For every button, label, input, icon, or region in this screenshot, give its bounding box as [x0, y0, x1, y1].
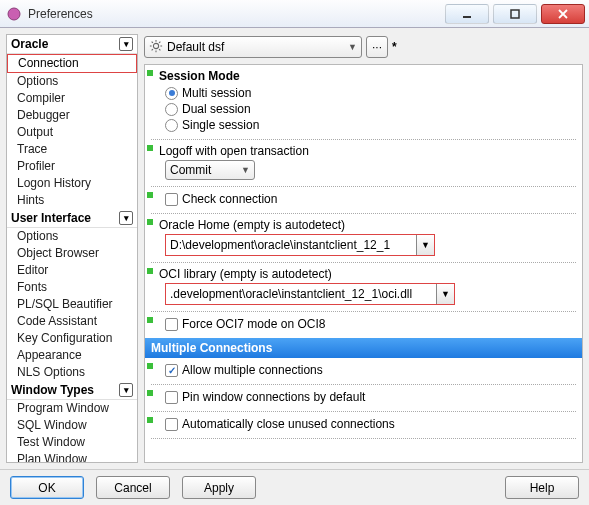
pin-window-checkbox[interactable] — [165, 391, 178, 404]
change-marker — [147, 390, 153, 396]
minimize-button[interactable] — [445, 4, 489, 24]
window-title: Preferences — [28, 7, 445, 21]
settings-panel: Session Mode Multi session Dual session … — [144, 64, 583, 463]
tree-item[interactable]: Program Window — [7, 400, 137, 417]
input-value: .development\oracle\instantclient_12_1\o… — [170, 287, 412, 301]
tree-item[interactable]: Code Assistant — [7, 313, 137, 330]
checkbox-label: Force OCI7 mode on OCI8 — [182, 317, 325, 331]
tree-item[interactable]: Profiler — [7, 158, 137, 175]
multiple-connections-header: Multiple Connections — [145, 338, 582, 358]
help-button[interactable]: Help — [505, 476, 579, 499]
tree-item[interactable]: Options — [7, 228, 137, 245]
checkbox-label: Automatically close unused connections — [182, 417, 395, 431]
change-marker — [147, 363, 153, 369]
svg-line-10 — [152, 41, 153, 42]
change-marker — [147, 317, 153, 323]
svg-point-5 — [153, 43, 158, 48]
select-value: Commit — [170, 163, 211, 177]
oracle-home-dropdown[interactable]: ▼ — [416, 235, 434, 255]
input-value: D:\development\oracle\instantclient_12_1 — [170, 238, 390, 252]
dialog-footer: OK Cancel Apply Help — [0, 469, 589, 505]
gear-icon — [149, 39, 163, 56]
profile-browse-button[interactable]: ··· — [366, 36, 388, 58]
svg-rect-2 — [511, 10, 519, 18]
tree-item[interactable]: Output — [7, 124, 137, 141]
tree-item[interactable]: Compiler — [7, 90, 137, 107]
tree-item[interactable]: Fonts — [7, 279, 137, 296]
category-label: Window Types — [11, 383, 94, 397]
change-marker — [147, 145, 153, 151]
svg-line-11 — [159, 49, 160, 50]
oracle-home-input[interactable]: D:\development\oracle\instantclient_12_1 — [166, 235, 416, 255]
force-oci7-checkbox[interactable] — [165, 318, 178, 331]
autoclose-checkbox[interactable] — [165, 418, 178, 431]
tree-item-connection[interactable]: Connection — [7, 54, 137, 73]
collapse-icon[interactable]: ▾ — [119, 37, 133, 51]
oci-library-label: OCI library (empty is autodetect) — [159, 267, 576, 281]
apply-button[interactable]: Apply — [182, 476, 256, 499]
allow-multiple-connections-checkbox[interactable] — [165, 364, 178, 377]
tree-item[interactable]: Editor — [7, 262, 137, 279]
tree-item[interactable]: Appearance — [7, 347, 137, 364]
change-marker — [147, 417, 153, 423]
radio-single-session[interactable] — [165, 119, 178, 132]
checkbox-label: Allow multiple connections — [182, 363, 323, 377]
change-marker — [147, 192, 153, 198]
titlebar: Preferences — [0, 0, 589, 28]
logoff-action-select[interactable]: Commit▼ — [165, 160, 255, 180]
tree-item[interactable]: Key Configuration — [7, 330, 137, 347]
change-marker — [147, 219, 153, 225]
collapse-icon[interactable]: ▾ — [119, 211, 133, 225]
tree-item[interactable]: Options — [7, 73, 137, 90]
svg-line-12 — [152, 49, 153, 50]
svg-line-13 — [159, 41, 160, 42]
change-marker — [147, 268, 153, 274]
tree-item[interactable]: NLS Options — [7, 364, 137, 381]
close-button[interactable] — [541, 4, 585, 24]
tree-item[interactable]: Plan Window — [7, 451, 137, 463]
collapse-icon[interactable]: ▾ — [119, 383, 133, 397]
chevron-down-icon: ▼ — [241, 165, 250, 175]
tree-item[interactable]: Logon History — [7, 175, 137, 192]
cancel-button[interactable]: Cancel — [96, 476, 170, 499]
checkbox-label: Pin window connections by default — [182, 390, 365, 404]
tree-item[interactable]: Test Window — [7, 434, 137, 451]
category-label: Oracle — [11, 37, 48, 51]
oracle-home-label: Oracle Home (empty is autodetect) — [159, 218, 576, 232]
oci-library-dropdown[interactable]: ▼ — [436, 284, 454, 304]
chevron-down-icon: ▼ — [348, 42, 357, 52]
maximize-button[interactable] — [493, 4, 537, 24]
radio-label: Single session — [182, 118, 259, 132]
tree-item[interactable]: Hints — [7, 192, 137, 209]
category-label: User Interface — [11, 211, 91, 225]
tree-item[interactable]: Object Browser — [7, 245, 137, 262]
session-mode-label: Session Mode — [159, 69, 576, 83]
logoff-label: Logoff with open transaction — [159, 144, 576, 158]
category-window-types[interactable]: Window Types▾ — [7, 381, 137, 400]
category-oracle[interactable]: Oracle▾ — [7, 35, 137, 54]
radio-label: Multi session — [182, 86, 251, 100]
radio-dual-session[interactable] — [165, 103, 178, 116]
tree-item[interactable]: PL/SQL Beautifier — [7, 296, 137, 313]
tree-item[interactable]: Debugger — [7, 107, 137, 124]
category-ui[interactable]: User Interface▾ — [7, 209, 137, 228]
check-connection-checkbox[interactable] — [165, 193, 178, 206]
app-icon — [6, 6, 22, 22]
oci-library-input[interactable]: .development\oracle\instantclient_12_1\o… — [166, 284, 436, 304]
checkbox-label: Check connection — [182, 192, 277, 206]
tree-item[interactable]: SQL Window — [7, 417, 137, 434]
tree-item[interactable]: Trace — [7, 141, 137, 158]
radio-multi-session[interactable] — [165, 87, 178, 100]
svg-point-0 — [8, 8, 20, 20]
profile-select[interactable]: Default dsf ▼ — [144, 36, 362, 58]
ok-button[interactable]: OK — [10, 476, 84, 499]
category-tree: Oracle▾ Connection Options Compiler Debu… — [6, 34, 138, 463]
radio-label: Dual session — [182, 102, 251, 116]
dirty-indicator: * — [392, 40, 397, 54]
profile-name: Default dsf — [167, 40, 224, 54]
change-marker — [147, 70, 153, 76]
profile-toolbar: Default dsf ▼ ··· * — [144, 34, 583, 60]
